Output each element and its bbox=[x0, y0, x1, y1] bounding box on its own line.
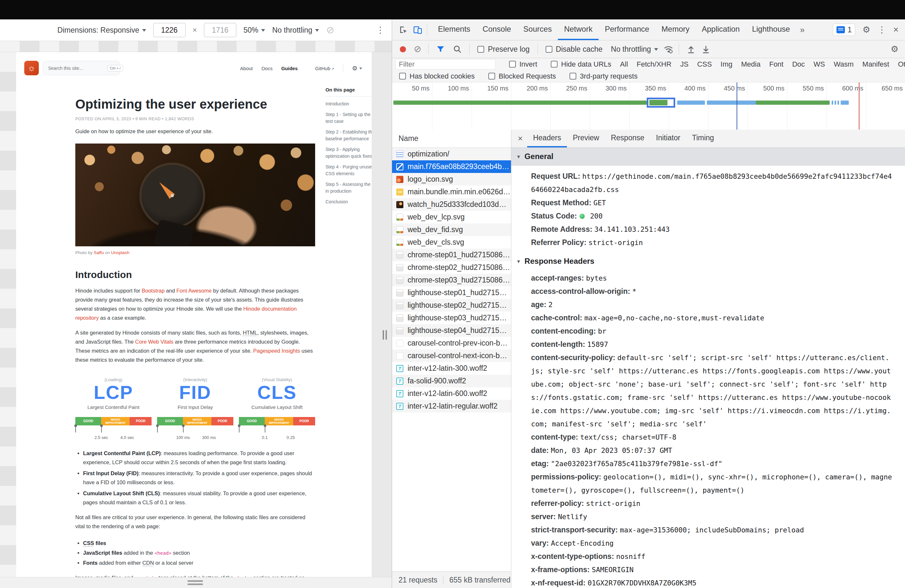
resource-type-filter[interactable]: WS bbox=[813, 60, 825, 68]
site-search-input[interactable] bbox=[48, 65, 107, 71]
invert-checkbox[interactable] bbox=[509, 61, 516, 68]
request-row[interactable]: watch_hu25d333fcded103d… bbox=[392, 198, 511, 211]
dimensions-select[interactable]: Dimensions: Responsive bbox=[57, 26, 146, 35]
general-section-header[interactable]: ▼ General bbox=[511, 148, 905, 165]
nav-link[interactable]: Guides bbox=[281, 66, 298, 71]
theme-toggle-button[interactable]: ⚙ bbox=[352, 65, 362, 72]
site-logo[interactable]: ☼ bbox=[24, 61, 39, 75]
search-icon[interactable] bbox=[452, 44, 462, 54]
resource-type-filter[interactable]: Doc bbox=[792, 60, 805, 68]
record-network-log-icon[interactable] bbox=[400, 46, 406, 52]
details-tab[interactable]: Response bbox=[605, 130, 650, 148]
devtools-tab[interactable]: Performance bbox=[599, 19, 655, 40]
disable-cache-checkbox[interactable] bbox=[546, 46, 553, 53]
toggle-device-toolbar-icon[interactable] bbox=[413, 25, 422, 35]
network-overview-timeline[interactable]: 50 ms100 ms150 ms200 ms250 ms300 ms350 m… bbox=[392, 83, 905, 131]
toc-link[interactable]: Step 4 - Purging unused CSS elements bbox=[325, 164, 372, 177]
toc-link[interactable]: Step 3 - Applying optimization quick fix… bbox=[325, 146, 372, 160]
request-row[interactable]: web_dev_cls.svg bbox=[392, 236, 511, 249]
settings-gear-icon[interactable]: ⚙ bbox=[862, 25, 870, 35]
inspect-element-icon[interactable] bbox=[399, 25, 408, 35]
toc-link[interactable]: Step 2 - Establishing the baseline perfo… bbox=[325, 129, 372, 142]
network-settings-gear-icon[interactable]: ⚙ bbox=[891, 44, 899, 54]
resource-type-filter[interactable]: Wasm bbox=[834, 60, 854, 68]
request-row[interactable]: inter-v12-latin-600.woff2 bbox=[392, 387, 511, 400]
toc-link[interactable]: Step 5 - Assessing the site in productio… bbox=[325, 181, 372, 195]
request-row[interactable]: lighthouse-step01_hud2715… bbox=[392, 286, 511, 299]
console-messages-badge[interactable]: 1 bbox=[833, 24, 855, 36]
resource-type-filter[interactable]: Other bbox=[898, 60, 905, 68]
resource-type-filter[interactable]: JS bbox=[680, 60, 688, 68]
preserve-log-checkbox[interactable] bbox=[477, 46, 484, 53]
devtools-tab[interactable]: Application bbox=[695, 19, 746, 40]
more-tabs-icon[interactable]: » bbox=[796, 25, 808, 35]
filter-checkbox[interactable] bbox=[488, 73, 495, 79]
resource-type-filter[interactable]: Fetch/XHR bbox=[637, 60, 672, 68]
request-row[interactable]: chrome-step01_hud2715086… bbox=[392, 249, 511, 261]
resource-type-filter[interactable]: Manifest bbox=[862, 60, 889, 68]
request-row[interactable]: chrome-step03_hud2715086… bbox=[392, 274, 511, 286]
filter-checkbox[interactable] bbox=[570, 73, 576, 79]
request-row[interactable]: inter-v12-latin-300.woff2 bbox=[392, 362, 511, 375]
resource-type-filter[interactable]: Font bbox=[769, 60, 783, 68]
close-devtools-icon[interactable]: × bbox=[893, 25, 899, 35]
viewport-resize-handle[interactable] bbox=[383, 330, 387, 340]
devtools-tab[interactable]: Memory bbox=[656, 19, 696, 40]
request-list-header-name[interactable]: Name bbox=[392, 130, 511, 148]
devtools-tab[interactable]: Network bbox=[558, 19, 599, 40]
nav-link[interactable]: Docs bbox=[262, 66, 273, 71]
zoom-select[interactable]: 50% bbox=[243, 26, 265, 35]
viewport-height-input[interactable] bbox=[204, 23, 236, 37]
site-search-box[interactable]: Ctrl + / bbox=[43, 61, 119, 75]
toc-link[interactable]: Step 1 - Setting up the test case bbox=[325, 111, 372, 125]
rotate-viewport-icon[interactable]: ⊘ bbox=[326, 25, 334, 35]
timeline-selection[interactable] bbox=[647, 98, 675, 108]
request-row[interactable]: chrome-step02_hud2715086… bbox=[392, 261, 511, 274]
request-row[interactable]: carousel-control-prev-icon-b… bbox=[392, 337, 511, 350]
toc-link[interactable]: Conclusion bbox=[325, 199, 372, 205]
nav-link[interactable]: About bbox=[240, 66, 253, 71]
hide-data-urls-checkbox[interactable] bbox=[551, 61, 557, 68]
devtools-tab[interactable]: Console bbox=[476, 19, 517, 40]
filter-checkbox[interactable] bbox=[399, 73, 406, 79]
resource-type-filter[interactable]: Media bbox=[741, 60, 761, 68]
request-row[interactable]: optimization/ bbox=[392, 148, 511, 161]
network-filter-input[interactable] bbox=[395, 59, 495, 70]
request-row[interactable]: carousel-control-next-icon-b… bbox=[392, 350, 511, 362]
request-row[interactable]: web_dev_lcp.svg bbox=[392, 211, 511, 223]
devtools-menu-icon[interactable]: ⋮ bbox=[878, 25, 886, 35]
request-row[interactable]: lighthouse-step02_hud2715… bbox=[392, 299, 511, 311]
request-row[interactable]: inter-v12-latin-regular.woff2 bbox=[392, 400, 511, 412]
response-headers-section-header[interactable]: ▼ Response Headers bbox=[511, 252, 905, 267]
resource-type-filter[interactable]: All bbox=[620, 60, 628, 68]
close-details-icon[interactable]: × bbox=[518, 133, 522, 143]
resource-type-filter[interactable]: CSS bbox=[697, 60, 712, 68]
request-row[interactable]: main.bundle.min.min.e0626d… bbox=[392, 186, 511, 198]
request-row[interactable]: fa-solid-900.woff2 bbox=[392, 375, 511, 387]
request-row[interactable]: lighthouse-step04_hud2715… bbox=[392, 324, 511, 337]
devtools-tab[interactable]: Sources bbox=[517, 19, 558, 40]
export-har-icon[interactable] bbox=[701, 44, 711, 54]
device-toolbar-menu-icon[interactable]: ⋮ bbox=[376, 25, 385, 35]
clear-network-log-icon[interactable]: ⊘ bbox=[414, 44, 421, 54]
request-row[interactable]: main.f765ae08b8293ceeb4b… bbox=[392, 161, 511, 173]
details-tab[interactable]: Initiator bbox=[650, 130, 686, 148]
request-row[interactable]: web_dev_fid.svg bbox=[392, 223, 511, 236]
devtools-tab[interactable]: Lighthouse bbox=[746, 19, 796, 40]
toc-link[interactable]: Introduction bbox=[325, 100, 372, 107]
filter-funnel-icon[interactable] bbox=[436, 44, 445, 54]
details-tab[interactable]: Preview bbox=[567, 130, 605, 148]
throttling-select[interactable]: No throttling bbox=[272, 26, 319, 35]
details-tab[interactable]: Headers bbox=[527, 130, 567, 148]
request-row[interactable]: logo_icon.svg bbox=[392, 173, 511, 186]
import-har-icon[interactable] bbox=[686, 44, 696, 54]
request-row[interactable]: lighthouse-step03_hud2715… bbox=[392, 311, 511, 324]
network-throttling-select[interactable]: No throttling bbox=[611, 45, 658, 54]
nav-link-github[interactable]: GitHub↗ bbox=[315, 66, 334, 71]
viewport-drag-handle[interactable] bbox=[187, 580, 203, 587]
network-conditions-icon[interactable] bbox=[663, 44, 673, 54]
resource-type-filter[interactable]: Img bbox=[721, 60, 732, 68]
viewport-width-input[interactable] bbox=[153, 23, 186, 37]
devtools-tab[interactable]: Elements bbox=[432, 19, 476, 40]
details-tab[interactable]: Timing bbox=[686, 130, 720, 148]
